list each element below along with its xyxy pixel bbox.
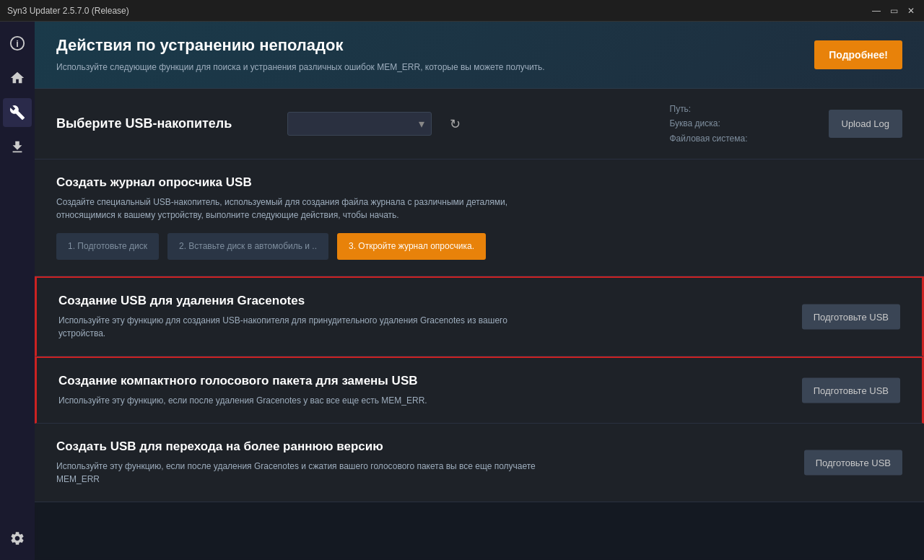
page-description: Используйте следующие функции для поиска… [56,61,562,74]
fs-info: Файловая система: [670,131,814,146]
card-downgrade: Создать USB для перехода на более раннюю… [35,424,924,502]
sidebar-item-home[interactable] [3,64,32,92]
sidebar-item-info[interactable]: i [3,29,32,58]
usb-info: Путь: Буква диска: Файловая система: [670,102,814,146]
minimize-button[interactable]: ― [871,5,882,17]
refresh-button[interactable]: ↻ [446,113,464,136]
card-compact-voice: Создание компактного голосового пакета д… [35,356,924,424]
step-2-button[interactable]: 2. Вставьте диск в автомобиль и .. [167,233,328,260]
sidebar-item-download[interactable] [3,133,32,162]
usb-dropdown-wrapper: ▾ [287,112,432,136]
app-container: i Действия по устранению неполадок Испол… [0,22,924,560]
card-desc-voice: Используйте эту функцию, если после удал… [58,394,549,407]
card-title-gracenotes: Создание USB для удаления Gracenotes [58,294,900,308]
maximize-button[interactable]: ▭ [888,5,899,17]
card-title-downgrade: Создать USB для перехода на более раннюю… [56,439,902,454]
main-content: Действия по устранению неполадок Использ… [35,22,924,560]
card-gracenotes-delete: Создание USB для удаления Gracenotes Исп… [35,276,924,356]
upload-log-button[interactable]: Upload Log [829,110,903,138]
bottom-blur-overlay [35,502,924,560]
page-title: Действия по устранению неполадок [56,36,902,55]
prepare-usb-btn-voice[interactable]: Подготовьте USB [802,377,900,403]
path-label: Путь: [670,104,692,114]
path-info: Путь: [670,102,814,116]
card-title-voice: Создание компактного голосового пакета д… [58,374,900,388]
disk-info: Буква диска: [670,116,814,131]
sidebar: i [0,22,35,560]
content-area: Создать журнал опросчика USB Создайте сп… [35,159,924,502]
step-3-button[interactable]: 3. Откройте журнал опросчика. [337,233,486,260]
fs-label: Файловая система: [670,134,748,144]
prepare-usb-btn-downgrade[interactable]: Подготовьте USB [804,450,902,475]
sidebar-item-tools[interactable] [3,98,32,127]
close-button[interactable]: ✕ [905,5,917,17]
bottom-area [35,502,924,560]
card-usb-log-creator: Создать журнал опросчика USB Создайте сп… [35,159,924,276]
card-title-usb-log: Создать журнал опросчика USB [56,175,902,190]
prepare-usb-btn-gracenotes[interactable]: Подготовьте USB [802,304,900,329]
svg-text:i: i [16,38,19,49]
usb-dropdown[interactable] [287,112,432,136]
card-desc-gracenotes: Используйте эту функцию для создания USB… [58,314,549,340]
sidebar-item-settings[interactable] [3,524,32,553]
usb-selector-title: Выберите USB-накопитель [56,116,273,131]
titlebar-controls: ― ▭ ✕ [871,5,917,17]
troubleshooting-header: Действия по устранению неполадок Использ… [35,22,924,89]
step-1-button[interactable]: 1. Подготовьте диск [56,233,159,260]
titlebar: Syn3 Updater 2.5.7.0 (Release) ― ▭ ✕ [0,0,924,22]
titlebar-title: Syn3 Updater 2.5.7.0 (Release) [7,6,129,16]
details-button[interactable]: Подробнее! [814,40,902,69]
disk-label: Буква диска: [670,118,720,128]
card-desc-downgrade: Используйте эту функцию, если после удал… [56,460,547,486]
usb-selector-section: Выберите USB-накопитель ▾ ↻ Путь: Буква … [35,89,924,159]
steps-container: 1. Подготовьте диск 2. Вставьте диск в а… [56,233,902,260]
card-desc-usb-log: Создайте специальный USB-накопитель, исп… [56,196,547,222]
